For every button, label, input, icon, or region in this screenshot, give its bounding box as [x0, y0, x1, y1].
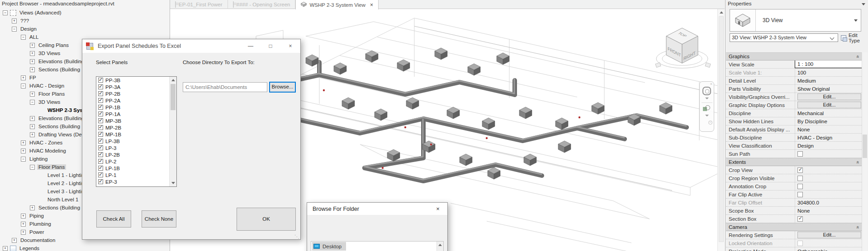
tree-expander-icon[interactable]: + — [12, 238, 17, 243]
tree-expander-icon[interactable]: − — [3, 10, 8, 15]
folder-item-desktop[interactable]: Desktop — [312, 242, 346, 251]
property-value[interactable] — [795, 182, 863, 190]
edit-button[interactable]: Edit... — [797, 93, 861, 100]
close-button[interactable]: × — [280, 39, 300, 53]
property-checkbox[interactable] — [797, 216, 803, 222]
tree-expander-icon[interactable]: + — [30, 67, 35, 72]
scrollbar-thumb[interactable] — [719, 16, 724, 242]
property-value[interactable] — [795, 215, 863, 223]
panel-checklist[interactable]: PP-3BPP-3APP-2BPP-2APP-1BPP-1AMP-3BMP-2B… — [96, 76, 177, 187]
section-camera[interactable]: Camera« — [726, 223, 863, 231]
panel-item-lp-2b[interactable]: LP-2B — [96, 151, 176, 158]
property-value[interactable] — [795, 239, 863, 247]
tree-expander-icon[interactable]: + — [30, 43, 35, 48]
view-vertical-scrollbar[interactable] — [717, 9, 725, 251]
panel-item-pp-2b[interactable]: PP-2B — [96, 90, 176, 97]
panel-checkbox[interactable] — [98, 84, 103, 89]
section-collapse-icon[interactable]: « — [855, 55, 860, 57]
tree-expander-icon[interactable]: − — [30, 165, 35, 170]
panel-checkbox[interactable] — [98, 98, 103, 103]
panel-item-mp-3b[interactable]: MP-3B — [96, 117, 176, 124]
scroll-up-icon[interactable] — [720, 11, 723, 14]
type-selector[interactable]: 3D View — [730, 9, 861, 32]
tab-ep-01-first-power[interactable]: EP-01_First Power — [170, 0, 228, 9]
tree-expander-icon[interactable]: + — [30, 116, 35, 121]
panel-item-pp-1b[interactable]: PP-1B — [96, 104, 176, 111]
scrollbar-thumb[interactable] — [863, 135, 867, 158]
property-checkbox[interactable] — [797, 184, 803, 189]
panel-checkbox[interactable] — [98, 118, 103, 123]
panel-item-pp-2a[interactable]: PP-2A — [96, 97, 176, 104]
panel-item-lp-1b[interactable]: LP-1B — [96, 165, 176, 172]
panel-item-pp-3b[interactable]: PP-3B — [96, 77, 176, 84]
section-extents[interactable]: Extents« — [726, 158, 863, 166]
tree-expander-icon[interactable]: + — [30, 59, 35, 64]
tree-expander-icon[interactable]: + — [21, 140, 26, 145]
property-value[interactable] — [795, 174, 863, 182]
panel-checkbox[interactable] — [98, 159, 103, 164]
tree-expander-icon[interactable]: − — [21, 35, 26, 40]
property-value[interactable]: Edit... — [795, 231, 863, 239]
viewcube[interactable]: TOP FRONT RIGHT — [655, 22, 712, 83]
property-checkbox[interactable] — [797, 151, 803, 157]
panel-list-scrollbar[interactable] — [169, 77, 176, 186]
chevron-down-icon[interactable] — [851, 19, 861, 22]
ok-button[interactable]: OK — [237, 208, 296, 231]
zoom-icon[interactable] — [703, 105, 711, 112]
property-value[interactable]: None — [795, 126, 863, 133]
property-checkbox[interactable] — [797, 167, 803, 173]
tree-expander-icon[interactable]: − — [21, 84, 26, 88]
tree-expander-icon[interactable]: + — [30, 51, 35, 56]
navbar-close-icon[interactable]: × — [710, 82, 712, 86]
panel-checkbox[interactable] — [98, 132, 103, 137]
property-value[interactable]: Show Original — [795, 85, 863, 93]
tree-expander-icon[interactable]: + — [12, 19, 17, 23]
maximize-button[interactable]: □ — [261, 39, 280, 53]
tree-expander-icon[interactable]: + — [21, 75, 26, 80]
folder-tree[interactable]: Desktop — [311, 241, 444, 251]
tree-item-design[interactable]: −Design — [1, 25, 170, 33]
check-none-button[interactable]: Check None — [142, 210, 176, 228]
tree-expander-icon[interactable]: + — [21, 222, 26, 227]
edit-type-button[interactable]: Edit Type — [841, 33, 868, 42]
panel-checkbox[interactable] — [98, 152, 103, 157]
zoom-dropdown-chevron-icon[interactable] — [705, 115, 709, 116]
tree-item-views-advanced[interactable]: −Views (Advanced) — [1, 9, 170, 17]
panel-item-lp-3b[interactable]: LP-3B — [96, 138, 176, 144]
edit-button[interactable]: Edit... — [797, 102, 861, 108]
tree-expander-icon[interactable]: + — [30, 205, 35, 210]
panel-item-lp-1[interactable]: LP-1 — [96, 172, 176, 178]
tree-expander-icon[interactable]: − — [30, 100, 35, 105]
panel-item-mp-2b[interactable]: MP-2B — [96, 124, 176, 131]
section-collapse-icon[interactable]: « — [855, 226, 860, 228]
property-checkbox[interactable] — [797, 176, 803, 181]
panel-item-lp-3[interactable]: LP-3 — [96, 144, 176, 151]
panel-item-ep-3[interactable]: EP-3 — [96, 178, 176, 185]
panel-checkbox[interactable] — [98, 125, 103, 130]
property-value[interactable]: 1 : 100 — [795, 60, 863, 68]
property-value[interactable]: HVAC - Design — [795, 134, 863, 141]
property-checkbox[interactable] — [797, 241, 803, 246]
navigation-bar[interactable]: × − — [699, 81, 714, 132]
panel-item-pp-3a[interactable]: PP-3A — [96, 84, 176, 90]
tree-item-item[interactable]: +??? — [1, 17, 170, 25]
scroll-up-icon[interactable] — [438, 244, 442, 246]
panel-item-mp-1b[interactable]: MP-1B — [96, 131, 176, 138]
property-value[interactable]: Edit... — [795, 101, 863, 109]
scrollbar-thumb[interactable] — [171, 84, 175, 110]
property-value[interactable] — [795, 150, 863, 158]
view-selector-combo[interactable]: 3D View: WSHP 2-3 System View — [730, 33, 838, 42]
property-value[interactable]: Design — [795, 142, 863, 149]
chevron-down-icon[interactable] — [862, 3, 865, 5]
minimize-button[interactable]: — — [241, 39, 261, 53]
browse-button[interactable]: Browse... — [269, 82, 296, 93]
tab-wshp-2-3-system-view[interactable]: WSHP 2-3 System View× — [295, 0, 379, 9]
tree-expander-icon[interactable]: + — [30, 132, 35, 137]
property-value[interactable]: None — [795, 207, 863, 214]
property-value[interactable]: Medium — [795, 77, 863, 84]
dialog-titlebar[interactable]: Export Panel Schedules To Excel — □ × — [82, 39, 300, 53]
panel-checkbox[interactable] — [98, 166, 103, 171]
navbar-collapse-icon[interactable]: − — [708, 121, 712, 125]
panel-checkbox[interactable] — [98, 172, 103, 177]
properties-scrollbar[interactable] — [862, 52, 868, 251]
